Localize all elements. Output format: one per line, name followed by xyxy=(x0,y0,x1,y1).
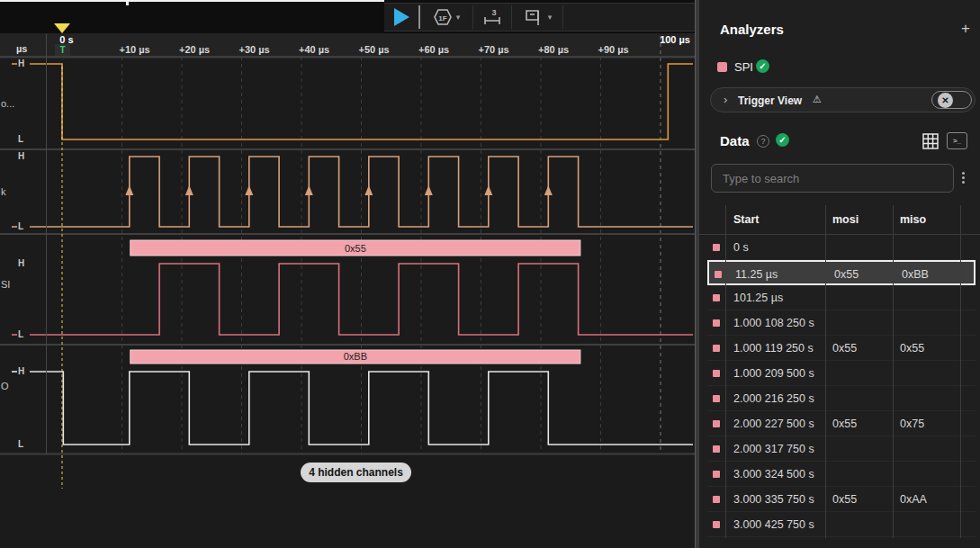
byte-annotation-label: 0x55 xyxy=(345,243,366,254)
level-marker-h: H xyxy=(18,258,24,268)
level-marker-l: L xyxy=(18,134,23,144)
row-marker-square xyxy=(713,420,720,427)
table-row[interactable]: 1.000 119 250 s0x550x55 xyxy=(707,336,976,361)
table-row[interactable]: 3.000 324 500 s xyxy=(707,462,976,487)
table-row[interactable]: 2.000 317 750 s xyxy=(707,436,976,462)
table-row[interactable]: 2.000 227 500 s0x550x75 xyxy=(707,411,976,436)
search-input[interactable] xyxy=(712,165,953,192)
column-header-Start[interactable]: Start xyxy=(733,213,759,226)
row-marker-square xyxy=(713,370,720,377)
cell-start: 11.25 µs xyxy=(735,268,778,281)
level-marker-l: L xyxy=(18,221,23,231)
column-header-miso[interactable]: miso xyxy=(900,213,926,226)
row-marker-square xyxy=(713,471,720,478)
clock-edge-arrow-icon xyxy=(305,185,313,195)
cell-miso: 0x75 xyxy=(900,418,924,430)
table-column-border xyxy=(725,205,726,538)
add-analyzer-button[interactable]: + xyxy=(961,20,970,38)
search-box xyxy=(711,164,954,193)
cell-start: 1.000 108 250 s xyxy=(733,317,814,329)
cell-mosi: 0x55 xyxy=(832,493,857,506)
analyzers-title: Analyzers xyxy=(720,22,784,37)
trigger-view-row[interactable]: › Trigger View ⚠ ✕ xyxy=(710,87,976,112)
level-marker-h: H xyxy=(18,366,24,376)
row-marker-square xyxy=(713,395,720,402)
table-row[interactable]: 3.000 425 750 s xyxy=(707,512,976,537)
table-column-border xyxy=(893,205,894,538)
cell-start: 3.000 324 500 s xyxy=(733,468,814,481)
cell-miso: 0xBB xyxy=(902,268,929,281)
row-marker-square xyxy=(713,496,720,503)
byte-annotation-label: 0xBB xyxy=(344,351,367,362)
cell-mosi: 0x55 xyxy=(834,268,859,281)
level-marker-h: H xyxy=(18,58,24,68)
channel-name-fragment: O xyxy=(1,381,9,391)
cell-start: 2.000 227 500 s xyxy=(733,418,814,430)
cell-start: 0 s xyxy=(733,241,749,254)
kebab-menu-icon[interactable] xyxy=(962,170,966,185)
row-marker-square xyxy=(713,445,720,453)
row-marker-square xyxy=(713,294,720,301)
cell-start: 3.000 425 750 s xyxy=(733,518,814,531)
cell-start: 101.25 µs xyxy=(733,292,783,304)
table-row[interactable]: 0 s xyxy=(707,235,976,260)
row-marker-square xyxy=(713,345,720,352)
warning-icon: ⚠ xyxy=(813,94,822,105)
chevron-right-icon[interactable]: › xyxy=(724,93,727,106)
channel-name-fragment: SI xyxy=(1,279,10,290)
cell-start: 2.000 216 250 s xyxy=(733,392,814,405)
row-marker-square xyxy=(715,271,722,278)
table-header: Startmosimiso xyxy=(699,205,980,235)
channel-label-divider xyxy=(46,33,47,454)
logic-analyzer-app: 1F ▾ 3 ▾ µ xyxy=(0,0,980,548)
table-row[interactable]: 3.000 335 750 s0x550xAA xyxy=(707,487,976,512)
table-column-border xyxy=(825,205,826,538)
clock-edge-arrow-icon xyxy=(245,185,253,195)
clock-edge-arrow-icon xyxy=(185,185,193,195)
trigger-view-label: Trigger View xyxy=(738,94,802,107)
clock-edge-arrow-icon xyxy=(544,185,553,195)
table-row[interactable]: 1.000 108 250 s xyxy=(707,310,976,336)
spi-check-icon: ✓ xyxy=(756,59,769,73)
terminal-icon[interactable]: >_ xyxy=(947,132,967,149)
level-marker-l: L xyxy=(18,329,23,339)
clock-edge-arrow-icon xyxy=(484,185,492,195)
cell-miso: 0xAA xyxy=(900,493,927,506)
clock-edge-arrow-icon xyxy=(425,185,433,195)
cell-start: 3.000 335 750 s xyxy=(733,493,814,506)
row-marker-square xyxy=(713,319,720,327)
cell-miso: 0x55 xyxy=(900,342,924,355)
table-row[interactable]: 2.000 216 250 s xyxy=(707,386,976,411)
spi-analyzer-label[interactable]: SPI xyxy=(734,60,753,74)
cell-mosi: 0x55 xyxy=(832,342,857,355)
table-row[interactable]: 101.25 µs xyxy=(707,285,976,310)
cell-start: 2.000 317 750 s xyxy=(733,443,814,455)
level-marker-h: H xyxy=(18,151,24,161)
data-section-title: Data xyxy=(720,133,750,148)
cell-mosi: 0x55 xyxy=(832,418,857,430)
clock-edge-arrow-icon xyxy=(364,185,373,195)
table-row[interactable]: 1.000 209 500 s xyxy=(707,361,976,386)
channel-name-fragment: k xyxy=(1,186,6,197)
cell-start: 1.000 119 250 s xyxy=(733,342,814,355)
help-icon[interactable]: ? xyxy=(757,135,769,148)
data-check-icon: ✓ xyxy=(776,133,789,147)
clock-edge-arrow-icon xyxy=(125,185,133,195)
analyzers-panel: Analyzers + SPI ✓ › Trigger View ⚠ ✕ Dat… xyxy=(699,0,980,548)
table-column-border xyxy=(960,205,961,538)
table-row[interactable]: 11.25 µs0x550xBB xyxy=(707,260,976,285)
row-marker-square xyxy=(713,521,720,528)
channel-name-fragment: o... xyxy=(1,98,14,109)
column-header-mosi[interactable]: mosi xyxy=(832,213,859,226)
level-marker-l: L xyxy=(18,439,23,449)
spi-color-swatch xyxy=(717,62,727,72)
close-trigger-view-button[interactable]: ✕ xyxy=(938,93,953,108)
table-view-icon[interactable] xyxy=(922,133,939,149)
cell-start: 1.000 209 500 s xyxy=(733,367,814,380)
hidden-channels-pill[interactable]: 4 hidden channels xyxy=(301,463,411,482)
row-marker-square xyxy=(713,244,720,251)
